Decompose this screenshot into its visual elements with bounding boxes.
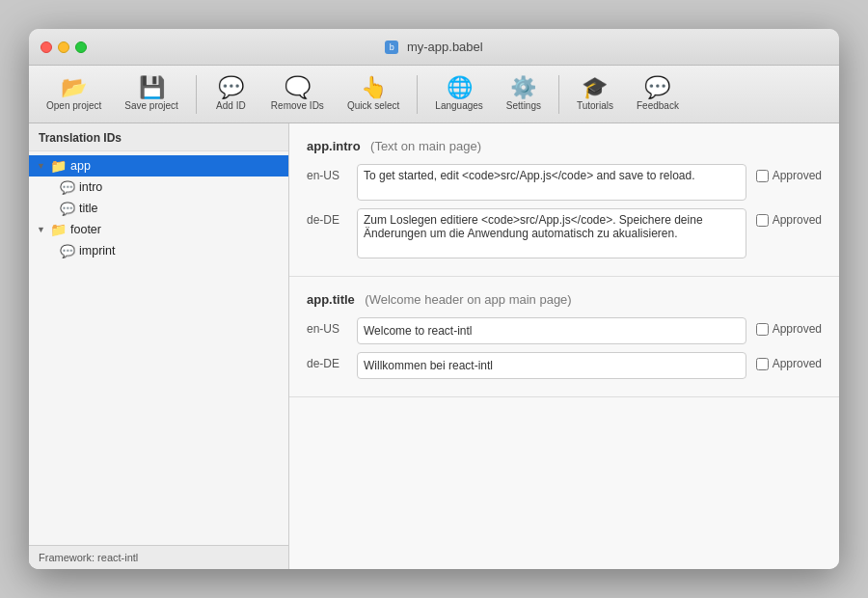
tree-label-imprint: imprint (79, 244, 116, 258)
sidebar-item-imprint[interactable]: 💬 imprint (29, 240, 288, 261)
group-key-app-title: app.title (307, 292, 355, 307)
languages-button[interactable]: 🌐 Languages (425, 73, 493, 115)
approved-area-app-intro-de: Approved (756, 208, 822, 227)
remove-ids-button[interactable]: 🗨️ Remove IDs (261, 73, 334, 115)
add-id-label: Add ID (216, 100, 246, 111)
quick-select-icon: 👆 (361, 77, 387, 98)
save-project-button[interactable]: 💾 Save project (115, 73, 188, 115)
tree-label-title: title (79, 202, 97, 215)
minimize-button[interactable] (58, 41, 69, 53)
group-header-app-intro: app.intro (Text on main page) (307, 137, 822, 154)
approved-checkbox-app-intro-en[interactable] (756, 170, 769, 182)
toolbar-separator-1 (196, 75, 197, 114)
translation-row-app-intro-de: de-DE Zum Loslegen editiere <code>src/Ap… (307, 208, 822, 258)
tree-arrow-footer: ▼ (37, 225, 48, 234)
sidebar-item-title[interactable]: 💬 title (29, 198, 288, 219)
approved-checkbox-app-intro-de[interactable] (756, 214, 769, 227)
translation-group-app-intro: app.intro (Text on main page) en-US To g… (289, 123, 839, 277)
add-id-icon: 💬 (218, 77, 244, 98)
sidebar-item-app[interactable]: ▼ 📁 app (29, 155, 288, 177)
sidebar-footer: Framework: react-intl (29, 545, 288, 569)
translation-input-app-intro-de[interactable]: Zum Loslegen editiere <code>src/App.js</… (357, 208, 746, 258)
approved-checkbox-app-title-en[interactable] (756, 323, 769, 336)
languages-icon: 🌐 (447, 77, 473, 98)
translation-input-app-intro-en[interactable]: To get started, edit <code>src/App.js</c… (357, 164, 746, 201)
feedback-label: Feedback (637, 100, 679, 111)
main-window: b my-app.babel 📂 Open project 💾 Save pro… (29, 29, 839, 569)
translation-row-app-title-de: de-DE Approved (307, 352, 822, 379)
approved-checkbox-app-title-de[interactable] (756, 358, 769, 370)
feedback-button[interactable]: 💬 Feedback (627, 73, 689, 115)
sidebar-item-intro[interactable]: 💬 intro (29, 177, 288, 198)
quick-select-label: Quick select (347, 100, 399, 111)
toolbar-separator-2 (417, 75, 418, 114)
languages-label: Languages (435, 100, 483, 111)
tutorials-label: Tutorials (577, 100, 613, 111)
app-icon: b (385, 41, 398, 54)
remove-ids-icon: 🗨️ (285, 77, 311, 98)
sidebar-item-footer[interactable]: ▼ 📁 footer (29, 219, 288, 240)
tree-label-app: app (70, 159, 91, 173)
settings-icon: ⚙️ (510, 77, 536, 98)
sidebar-header: Translation IDs (29, 123, 288, 151)
approved-label-app-intro-en: Approved (773, 169, 822, 182)
quick-select-button[interactable]: 👆 Quick select (338, 73, 409, 115)
open-project-button[interactable]: 📂 Open project (37, 73, 111, 115)
add-id-button[interactable]: 💬 Add ID (204, 73, 258, 115)
lang-label-app-title-en: en-US (307, 317, 347, 336)
group-desc-app-title: (Welcome header on app main page) (365, 292, 571, 307)
save-project-icon: 💾 (139, 77, 165, 98)
remove-ids-label: Remove IDs (271, 100, 324, 111)
toolbar-separator-3 (558, 75, 559, 114)
group-key-app-intro: app.intro (307, 139, 361, 153)
lang-label-app-intro-en: en-US (307, 164, 347, 182)
approved-area-app-title-de: Approved (756, 352, 822, 370)
feedback-icon: 💬 (644, 77, 670, 98)
approved-area-app-intro-en: Approved (756, 164, 822, 182)
approved-area-app-title-en: Approved (756, 317, 822, 336)
content-panel: app.intro (Text on main page) en-US To g… (289, 123, 839, 569)
sidebar: Translation IDs ▼ 📁 app 💬 intro 💬 (29, 123, 289, 569)
title-bar: b my-app.babel (29, 29, 839, 66)
tree-arrow-app: ▼ (37, 161, 48, 171)
traffic-lights (41, 41, 87, 53)
group-header-app-title: app.title (Welcome header on app main pa… (307, 290, 822, 308)
lang-label-app-intro-de: de-DE (307, 208, 347, 227)
toolbar: 📂 Open project 💾 Save project 💬 Add ID 🗨… (29, 66, 839, 123)
message-icon-title: 💬 (60, 202, 75, 216)
settings-button[interactable]: ⚙️ Settings (497, 73, 551, 115)
tree-label-intro: intro (79, 180, 102, 194)
approved-label-app-title-de: Approved (773, 357, 822, 370)
sidebar-tree: ▼ 📁 app 💬 intro 💬 title (29, 151, 288, 545)
folder-icon-footer: 📁 (50, 222, 67, 237)
approved-label-app-intro-de: Approved (773, 213, 822, 227)
translation-row-app-intro-en: en-US To get started, edit <code>src/App… (307, 164, 822, 201)
translation-input-app-title-de[interactable] (357, 352, 746, 379)
window-title: b my-app.babel (385, 40, 482, 55)
approved-label-app-title-en: Approved (773, 322, 822, 336)
tutorials-icon: 🎓 (582, 77, 608, 98)
open-project-icon: 📂 (61, 77, 87, 98)
close-button[interactable] (41, 41, 52, 53)
settings-label: Settings (506, 100, 541, 111)
translation-row-app-title-en: en-US Approved (307, 317, 822, 344)
tree-label-footer: footer (70, 223, 101, 236)
message-icon-intro: 💬 (60, 180, 75, 195)
translation-input-app-title-en[interactable] (357, 317, 746, 344)
lang-label-app-title-de: de-DE (307, 352, 347, 370)
folder-icon-app: 📁 (50, 158, 67, 174)
translation-group-app-title: app.title (Welcome header on app main pa… (289, 277, 839, 397)
message-icon-imprint: 💬 (60, 244, 75, 258)
save-project-label: Save project (124, 100, 178, 111)
open-project-label: Open project (46, 100, 101, 111)
maximize-button[interactable] (75, 41, 87, 53)
tutorials-button[interactable]: 🎓 Tutorials (567, 73, 623, 115)
main-content: Translation IDs ▼ 📁 app 💬 intro 💬 (29, 123, 839, 569)
group-desc-app-intro: (Text on main page) (370, 139, 481, 153)
